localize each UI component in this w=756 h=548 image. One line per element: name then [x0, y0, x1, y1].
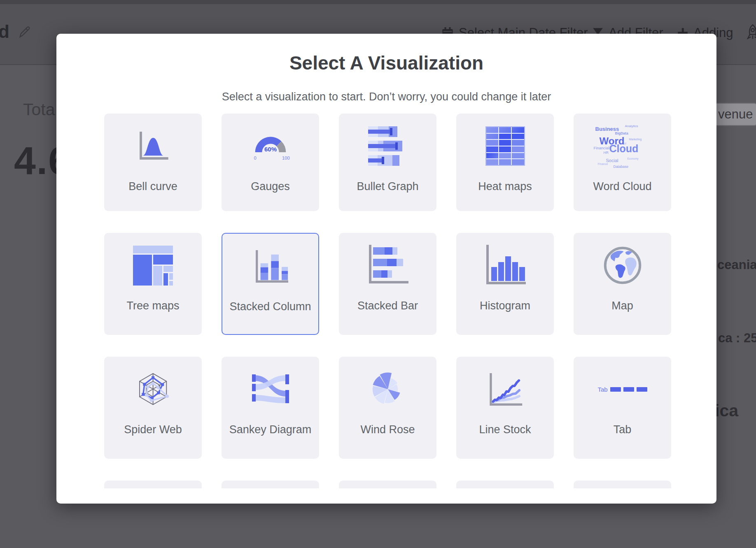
gauge-icon: 60% 0 100 — [222, 114, 319, 179]
viz-card-partial[interactable] — [339, 481, 436, 488]
viz-card-label: Word Cloud — [593, 179, 651, 211]
heat-map-icon — [456, 114, 554, 179]
viz-card-label: Histogram — [480, 298, 530, 335]
word-cloud-icon: Business Analytics BigData Word Marketin… — [574, 114, 671, 179]
viz-card-label: Bullet Graph — [357, 179, 418, 211]
stacked-bar-icon — [339, 233, 436, 298]
globe-map-icon — [574, 233, 671, 298]
bullet-graph-icon — [339, 114, 436, 179]
legend-fragment: ceania : 8 — [717, 258, 756, 272]
viz-card-gauges[interactable]: 60% 0 100 Gauges — [222, 114, 319, 211]
rocket-icon — [745, 24, 756, 42]
viz-card-label: Tree maps — [126, 298, 179, 335]
viz-card-partial[interactable] — [574, 481, 671, 488]
visualization-grid[interactable]: Bell curve 60% 0 100 Gauges — [104, 114, 671, 488]
viz-card-sankey-diagram[interactable]: Sankey Diagram — [222, 357, 319, 459]
histogram-icon — [456, 233, 554, 298]
viz-card-bell-curve[interactable]: Bell curve — [104, 114, 202, 211]
viz-card-wind-rose[interactable]: Wind Rose — [339, 357, 436, 459]
metric-label-fragment: Tota — [23, 100, 55, 119]
bell-curve-icon — [104, 114, 202, 179]
viz-card-label: Map — [611, 298, 633, 335]
spider-web-icon — [104, 357, 202, 422]
viz-card-label: Gauges — [251, 179, 290, 211]
line-stock-icon — [456, 357, 554, 422]
viz-card-label: Spider Web — [124, 422, 182, 459]
viz-card-stacked-column[interactable]: Stacked Column — [222, 233, 319, 335]
sankey-diagram-icon — [222, 357, 319, 422]
viz-card-map[interactable]: Map — [574, 233, 671, 335]
viz-card-histogram[interactable]: Histogram — [456, 233, 554, 335]
viz-card-tree-maps[interactable]: Tree maps — [104, 233, 202, 335]
dashboard-title-fragment: d — [0, 21, 9, 42]
select-visualization-modal: Select A Visualization Select a visualiz… — [56, 34, 716, 504]
stacked-column-icon — [222, 234, 318, 299]
viz-card-partial[interactable] — [456, 481, 554, 488]
viz-card-word-cloud[interactable]: Business Analytics BigData Word Marketin… — [574, 114, 671, 211]
viz-card-label: Heat maps — [478, 179, 532, 211]
edit-pencil-icon — [18, 26, 30, 39]
legend-fragment: ica — [715, 401, 738, 420]
viz-card-heat-maps[interactable]: Heat maps — [456, 114, 554, 211]
tree-map-icon — [104, 233, 202, 298]
page-top-strip — [0, 0, 756, 4]
viz-card-partial[interactable] — [104, 481, 202, 488]
tab-icon: Tab — [574, 357, 671, 422]
viz-card-label: Stacked Column — [229, 299, 311, 334]
viz-card-spider-web[interactable]: Spider Web — [104, 357, 202, 459]
legend-fragment: ca : 25.95 — [718, 331, 756, 346]
viz-card-label: Bell curve — [128, 179, 177, 211]
gauge-value: 60% — [264, 146, 277, 153]
viz-card-label: Line Stock — [479, 422, 531, 459]
viz-card-partial[interactable] — [222, 481, 319, 488]
viz-card-line-stock[interactable]: Line Stock — [456, 357, 554, 459]
gauge-max: 100 — [282, 156, 289, 160]
viz-card-label: Stacked Bar — [357, 298, 418, 335]
viz-card-label: Tab — [614, 422, 632, 459]
viz-card-label: Sankey Diagram — [229, 422, 312, 459]
viz-card-bullet-graph[interactable]: Bullet Graph — [339, 114, 436, 211]
modal-title: Select A Visualization — [56, 52, 716, 74]
wind-rose-icon — [339, 357, 436, 422]
modal-subtitle: Select a visualization to start. Don’t w… — [56, 91, 716, 103]
viz-card-stacked-bar[interactable]: Stacked Bar — [339, 233, 436, 335]
viz-card-tab[interactable]: Tab Tab — [574, 357, 671, 459]
gauge-min: 0 — [254, 156, 256, 160]
viz-card-label: Wind Rose — [360, 422, 415, 459]
